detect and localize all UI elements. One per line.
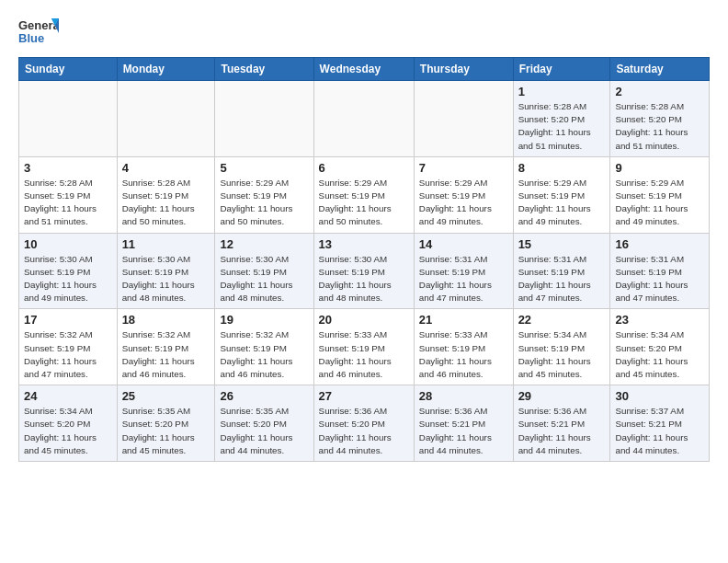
calendar-cell: 30Sunrise: 5:37 AM Sunset: 5:21 PM Dayli…	[610, 385, 710, 462]
calendar-cell: 15Sunrise: 5:31 AM Sunset: 5:19 PM Dayli…	[513, 233, 610, 309]
day-info: Sunrise: 5:36 AM Sunset: 5:21 PM Dayligh…	[518, 405, 606, 457]
day-info: Sunrise: 5:30 AM Sunset: 5:19 PM Dayligh…	[24, 253, 112, 305]
day-number: 17	[24, 313, 112, 327]
weekday-header-thursday: Thursday	[414, 58, 513, 81]
calendar-cell: 16Sunrise: 5:31 AM Sunset: 5:19 PM Dayli…	[610, 233, 710, 309]
day-info: Sunrise: 5:34 AM Sunset: 5:20 PM Dayligh…	[615, 328, 704, 381]
calendar-cell: 2Sunrise: 5:28 AM Sunset: 5:20 PM Daylig…	[610, 81, 710, 157]
day-number: 16	[615, 237, 704, 251]
calendar-cell: 12Sunrise: 5:30 AM Sunset: 5:19 PM Dayli…	[215, 233, 313, 309]
day-number: 7	[419, 161, 508, 175]
calendar-cell: 19Sunrise: 5:32 AM Sunset: 5:19 PM Dayli…	[215, 309, 313, 385]
calendar-cell: 27Sunrise: 5:36 AM Sunset: 5:20 PM Dayli…	[313, 385, 414, 462]
day-number: 12	[220, 237, 308, 251]
calendar-cell	[414, 81, 513, 157]
day-info: Sunrise: 5:28 AM Sunset: 5:20 PM Dayligh…	[518, 100, 606, 153]
calendar-cell: 28Sunrise: 5:36 AM Sunset: 5:21 PM Dayli…	[414, 385, 513, 462]
calendar-cell: 10Sunrise: 5:30 AM Sunset: 5:19 PM Dayli…	[19, 233, 118, 309]
calendar-cell: 3Sunrise: 5:28 AM Sunset: 5:19 PM Daylig…	[19, 156, 118, 233]
day-number: 15	[518, 237, 606, 251]
day-number: 10	[24, 237, 112, 251]
calendar-cell: 13Sunrise: 5:30 AM Sunset: 5:19 PM Dayli…	[313, 233, 414, 309]
calendar-cell	[117, 81, 215, 157]
day-info: Sunrise: 5:29 AM Sunset: 5:19 PM Dayligh…	[518, 177, 606, 229]
weekday-header-row: SundayMondayTuesdayWednesdayThursdayFrid…	[19, 58, 710, 81]
day-number: 6	[319, 161, 409, 175]
page: General Blue SundayMondayTuesdayWednesda…	[0, 0, 728, 563]
day-number: 18	[122, 313, 210, 327]
day-info: Sunrise: 5:29 AM Sunset: 5:19 PM Dayligh…	[419, 177, 508, 229]
day-info: Sunrise: 5:35 AM Sunset: 5:20 PM Dayligh…	[220, 405, 308, 457]
day-info: Sunrise: 5:36 AM Sunset: 5:21 PM Dayligh…	[419, 405, 508, 457]
day-info: Sunrise: 5:33 AM Sunset: 5:19 PM Dayligh…	[319, 328, 409, 381]
logo-icon: General Blue	[18, 15, 59, 48]
day-info: Sunrise: 5:30 AM Sunset: 5:19 PM Dayligh…	[319, 253, 409, 305]
calendar-cell: 18Sunrise: 5:32 AM Sunset: 5:19 PM Dayli…	[117, 309, 215, 385]
calendar-cell: 4Sunrise: 5:28 AM Sunset: 5:19 PM Daylig…	[117, 156, 215, 233]
day-number: 27	[319, 389, 409, 403]
logo: General Blue	[18, 15, 59, 48]
calendar-cell: 7Sunrise: 5:29 AM Sunset: 5:19 PM Daylig…	[414, 156, 513, 233]
day-info: Sunrise: 5:31 AM Sunset: 5:19 PM Dayligh…	[518, 253, 606, 305]
calendar-cell	[313, 81, 414, 157]
day-number: 23	[615, 313, 704, 327]
calendar-cell: 6Sunrise: 5:29 AM Sunset: 5:19 PM Daylig…	[313, 156, 414, 233]
day-number: 26	[220, 389, 308, 403]
calendar-cell: 1Sunrise: 5:28 AM Sunset: 5:20 PM Daylig…	[513, 81, 610, 157]
calendar-week-row: 17Sunrise: 5:32 AM Sunset: 5:19 PM Dayli…	[19, 309, 710, 385]
weekday-header-saturday: Saturday	[610, 58, 710, 81]
calendar-cell: 9Sunrise: 5:29 AM Sunset: 5:19 PM Daylig…	[610, 156, 710, 233]
weekday-header-wednesday: Wednesday	[313, 58, 414, 81]
day-number: 29	[518, 389, 606, 403]
day-info: Sunrise: 5:30 AM Sunset: 5:19 PM Dayligh…	[220, 253, 308, 305]
day-number: 3	[24, 161, 112, 175]
day-info: Sunrise: 5:29 AM Sunset: 5:19 PM Dayligh…	[220, 177, 308, 229]
calendar-cell: 26Sunrise: 5:35 AM Sunset: 5:20 PM Dayli…	[215, 385, 313, 462]
day-info: Sunrise: 5:32 AM Sunset: 5:19 PM Dayligh…	[220, 328, 308, 381]
calendar-cell	[215, 81, 313, 157]
day-info: Sunrise: 5:32 AM Sunset: 5:19 PM Dayligh…	[122, 328, 210, 381]
day-info: Sunrise: 5:34 AM Sunset: 5:19 PM Dayligh…	[518, 328, 606, 381]
day-info: Sunrise: 5:30 AM Sunset: 5:19 PM Dayligh…	[122, 253, 210, 305]
calendar-cell	[19, 81, 118, 157]
weekday-header-friday: Friday	[513, 58, 610, 81]
calendar-cell: 20Sunrise: 5:33 AM Sunset: 5:19 PM Dayli…	[313, 309, 414, 385]
calendar-cell: 24Sunrise: 5:34 AM Sunset: 5:20 PM Dayli…	[19, 385, 118, 462]
day-number: 14	[419, 237, 508, 251]
day-number: 20	[319, 313, 409, 327]
calendar-cell: 14Sunrise: 5:31 AM Sunset: 5:19 PM Dayli…	[414, 233, 513, 309]
calendar-cell: 17Sunrise: 5:32 AM Sunset: 5:19 PM Dayli…	[19, 309, 118, 385]
day-number: 9	[615, 161, 704, 175]
weekday-header-monday: Monday	[117, 58, 215, 81]
day-info: Sunrise: 5:34 AM Sunset: 5:20 PM Dayligh…	[24, 405, 112, 457]
day-info: Sunrise: 5:33 AM Sunset: 5:19 PM Dayligh…	[419, 328, 508, 381]
day-number: 25	[122, 389, 210, 403]
calendar-table: SundayMondayTuesdayWednesdayThursdayFrid…	[18, 57, 710, 462]
day-number: 1	[518, 85, 606, 98]
day-number: 11	[122, 237, 210, 251]
calendar-cell: 11Sunrise: 5:30 AM Sunset: 5:19 PM Dayli…	[117, 233, 215, 309]
day-number: 2	[615, 85, 704, 98]
weekday-header-sunday: Sunday	[19, 58, 118, 81]
day-number: 4	[122, 161, 210, 175]
day-info: Sunrise: 5:28 AM Sunset: 5:19 PM Dayligh…	[24, 177, 112, 229]
calendar-cell: 23Sunrise: 5:34 AM Sunset: 5:20 PM Dayli…	[610, 309, 710, 385]
calendar-week-row: 10Sunrise: 5:30 AM Sunset: 5:19 PM Dayli…	[19, 233, 710, 309]
calendar-cell: 21Sunrise: 5:33 AM Sunset: 5:19 PM Dayli…	[414, 309, 513, 385]
calendar-cell: 29Sunrise: 5:36 AM Sunset: 5:21 PM Dayli…	[513, 385, 610, 462]
calendar-cell: 8Sunrise: 5:29 AM Sunset: 5:19 PM Daylig…	[513, 156, 610, 233]
day-info: Sunrise: 5:31 AM Sunset: 5:19 PM Dayligh…	[419, 253, 508, 305]
day-info: Sunrise: 5:31 AM Sunset: 5:19 PM Dayligh…	[615, 253, 704, 305]
calendar-cell: 5Sunrise: 5:29 AM Sunset: 5:19 PM Daylig…	[215, 156, 313, 233]
day-info: Sunrise: 5:37 AM Sunset: 5:21 PM Dayligh…	[615, 405, 704, 457]
day-number: 21	[419, 313, 508, 327]
calendar-week-row: 3Sunrise: 5:28 AM Sunset: 5:19 PM Daylig…	[19, 156, 710, 233]
day-number: 24	[24, 389, 112, 403]
day-info: Sunrise: 5:36 AM Sunset: 5:20 PM Dayligh…	[319, 405, 409, 457]
day-number: 28	[419, 389, 508, 403]
calendar-week-row: 24Sunrise: 5:34 AM Sunset: 5:20 PM Dayli…	[19, 385, 710, 462]
day-info: Sunrise: 5:32 AM Sunset: 5:19 PM Dayligh…	[24, 328, 112, 381]
day-info: Sunrise: 5:29 AM Sunset: 5:19 PM Dayligh…	[319, 177, 409, 229]
calendar-week-row: 1Sunrise: 5:28 AM Sunset: 5:20 PM Daylig…	[19, 81, 710, 157]
day-info: Sunrise: 5:35 AM Sunset: 5:20 PM Dayligh…	[122, 405, 210, 457]
